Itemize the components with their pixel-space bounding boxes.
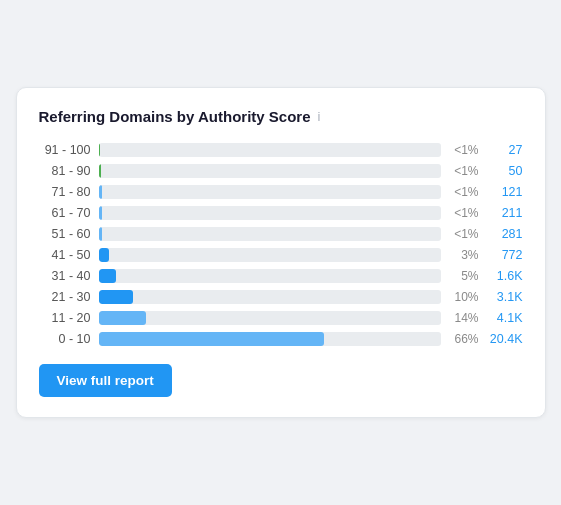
table-row: 61 - 70<1%211 (39, 206, 523, 220)
row-count[interactable]: 3.1K (487, 290, 523, 304)
row-label: 91 - 100 (39, 143, 91, 157)
table-row: 11 - 2014%4.1K (39, 311, 523, 325)
row-percent: <1% (449, 185, 479, 199)
table-row: 21 - 3010%3.1K (39, 290, 523, 304)
referring-domains-card: Referring Domains by Authority Score i 9… (16, 87, 546, 418)
row-percent: 10% (449, 290, 479, 304)
bar-track (99, 311, 441, 325)
bar-track (99, 185, 441, 199)
bar-fill (99, 164, 101, 178)
row-percent: <1% (449, 143, 479, 157)
row-label: 71 - 80 (39, 185, 91, 199)
row-count[interactable]: 121 (487, 185, 523, 199)
bar-fill (99, 227, 103, 241)
bar-track (99, 269, 441, 283)
row-percent: <1% (449, 206, 479, 220)
row-count[interactable]: 211 (487, 206, 523, 220)
row-label: 41 - 50 (39, 248, 91, 262)
bar-fill (99, 269, 116, 283)
bar-fill (99, 206, 102, 220)
row-percent: 66% (449, 332, 479, 346)
row-count[interactable]: 1.6K (487, 269, 523, 283)
row-count[interactable]: 27 (487, 143, 523, 157)
bar-fill (99, 311, 147, 325)
info-icon[interactable]: i (318, 109, 321, 124)
table-row: 91 - 100<1%27 (39, 143, 523, 157)
bar-track (99, 164, 441, 178)
row-percent: 14% (449, 311, 479, 325)
row-label: 31 - 40 (39, 269, 91, 283)
bar-track (99, 143, 441, 157)
row-count[interactable]: 20.4K (487, 332, 523, 346)
bar-track (99, 206, 441, 220)
card-title-container: Referring Domains by Authority Score i (39, 108, 523, 125)
bar-fill (99, 290, 133, 304)
row-label: 0 - 10 (39, 332, 91, 346)
table-row: 51 - 60<1%281 (39, 227, 523, 241)
row-label: 51 - 60 (39, 227, 91, 241)
bar-fill (99, 143, 101, 157)
row-percent: <1% (449, 227, 479, 241)
row-count[interactable]: 50 (487, 164, 523, 178)
bar-fill (99, 185, 102, 199)
table-row: 71 - 80<1%121 (39, 185, 523, 199)
row-label: 21 - 30 (39, 290, 91, 304)
rows-container: 91 - 100<1%2781 - 90<1%5071 - 80<1%12161… (39, 143, 523, 346)
bar-fill (99, 248, 109, 262)
bar-track (99, 332, 441, 346)
view-full-report-button[interactable]: View full report (39, 364, 172, 397)
table-row: 31 - 405%1.6K (39, 269, 523, 283)
table-row: 81 - 90<1%50 (39, 164, 523, 178)
card-title: Referring Domains by Authority Score (39, 108, 311, 125)
row-percent: 3% (449, 248, 479, 262)
row-count[interactable]: 4.1K (487, 311, 523, 325)
row-percent: <1% (449, 164, 479, 178)
row-label: 11 - 20 (39, 311, 91, 325)
row-count[interactable]: 772 (487, 248, 523, 262)
row-percent: 5% (449, 269, 479, 283)
row-count[interactable]: 281 (487, 227, 523, 241)
table-row: 0 - 1066%20.4K (39, 332, 523, 346)
table-row: 41 - 503%772 (39, 248, 523, 262)
bar-fill (99, 332, 325, 346)
row-label: 81 - 90 (39, 164, 91, 178)
bar-track (99, 248, 441, 262)
bar-track (99, 290, 441, 304)
bar-track (99, 227, 441, 241)
row-label: 61 - 70 (39, 206, 91, 220)
